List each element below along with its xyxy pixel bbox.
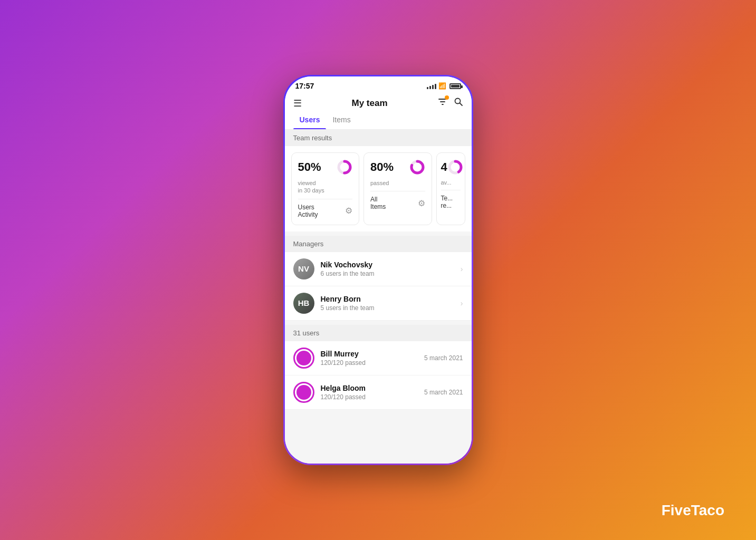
- user-date-helga: 5 march 2021: [424, 389, 463, 396]
- gear-icon-all-items[interactable]: ⚙: [418, 198, 425, 208]
- phone-wrapper: 17:57 📶 ☰ My team: [283, 75, 473, 465]
- action-label-all-items: AllItems: [370, 196, 386, 210]
- signal-icon: [427, 83, 436, 89]
- status-bar: 17:57 📶: [285, 76, 472, 93]
- stat-card-partial: 4 av... Te...re...: [436, 152, 465, 225]
- manager-name-nik: Nik Vochovsky: [321, 261, 461, 269]
- users-section-header: 31 users: [285, 325, 472, 341]
- manager-item-nik[interactable]: NV Nik Vochovsky 6 users in the team ›: [285, 252, 472, 286]
- action-label-partial: Te...re...: [441, 195, 461, 209]
- user-name-bill: Bill Murrey: [321, 350, 425, 358]
- stat-value-passed: 80%: [370, 160, 394, 174]
- manager-name-henry: Henry Born: [321, 295, 461, 303]
- manager-avatar-nik: NV: [293, 258, 314, 279]
- brand-label: FiveTaco: [662, 502, 724, 519]
- app-title: My team: [351, 98, 387, 109]
- action-label-users-activity: UsersActivity: [298, 204, 318, 218]
- app-bar: ☰ My team: [285, 93, 472, 111]
- tab-users[interactable]: Users: [293, 111, 327, 129]
- team-results-header: Team results: [285, 130, 472, 146]
- gear-icon-users-activity[interactable]: ⚙: [345, 206, 352, 216]
- manager-info-henry: Henry Born 5 users in the team: [321, 295, 461, 312]
- filter-notification-dot: [445, 95, 449, 100]
- users-section: Bill Murrey 120/120 passed 5 march 2021 …: [285, 341, 472, 410]
- filter-button[interactable]: [438, 97, 447, 109]
- battery-icon: [449, 83, 461, 89]
- user-item-helga[interactable]: Helga Bloom 120/120 passed 5 march 2021: [285, 375, 472, 410]
- stat-card-top-viewed: 50%: [298, 159, 353, 175]
- donut-chart-viewed: [337, 159, 352, 175]
- tabs-bar: Users Items: [285, 111, 472, 130]
- user-date-bill: 5 march 2021: [424, 354, 463, 362]
- status-icons: 📶: [427, 82, 461, 90]
- stat-card-viewed: 50% viewedin 30 days UsersActivity ⚙: [291, 152, 360, 225]
- stat-label-partial: av...: [441, 179, 461, 186]
- manager-sub-nik: 6 users in the team: [321, 270, 461, 277]
- app-bar-actions: [438, 97, 463, 109]
- user-info-bill: Bill Murrey 120/120 passed: [321, 350, 425, 367]
- stat-card-passed: 80% passed AllItems ⚙: [363, 152, 432, 225]
- stats-cards-row: 50% viewedin 30 days UsersActivity ⚙: [291, 152, 465, 225]
- managers-header: Managers: [285, 236, 472, 252]
- user-sub-bill: 120/120 passed: [321, 359, 425, 367]
- phone-outer: 17:57 📶 ☰ My team: [283, 75, 473, 465]
- tab-items[interactable]: Items: [326, 111, 357, 129]
- user-info-helga: Helga Bloom 120/120 passed: [321, 384, 425, 401]
- filter-icon: [438, 98, 447, 109]
- team-results-section: 50% viewedin 30 days UsersActivity ⚙: [285, 146, 472, 232]
- search-icon[interactable]: [454, 97, 463, 109]
- user-sub-helga: 120/120 passed: [321, 393, 425, 401]
- menu-icon[interactable]: ☰: [293, 98, 302, 109]
- wifi-icon: 📶: [438, 82, 446, 90]
- chevron-right-icon-henry: ›: [461, 299, 463, 307]
- stat-card-bottom-viewed[interactable]: UsersActivity ⚙: [298, 204, 353, 218]
- stat-label-viewed: viewedin 30 days: [298, 179, 353, 195]
- donut-chart-passed: [409, 159, 425, 175]
- stat-value-partial: 4: [441, 160, 447, 174]
- content-scroll[interactable]: Team results 50%: [285, 130, 472, 464]
- donut-chart-partial: [447, 159, 463, 175]
- manager-avatar-henry: HB: [293, 293, 314, 314]
- user-item-bill[interactable]: Bill Murrey 120/120 passed 5 march 2021: [285, 341, 472, 375]
- manager-item-henry[interactable]: HB Henry Born 5 users in the team ›: [285, 286, 472, 321]
- stat-value-viewed: 50%: [298, 160, 321, 174]
- manager-sub-henry: 5 users in the team: [321, 304, 461, 312]
- manager-info-nik: Nik Vochovsky 6 users in the team: [321, 261, 461, 277]
- chevron-right-icon-nik: ›: [461, 265, 463, 273]
- user-avatar-helga: [293, 382, 314, 403]
- user-avatar-bill: [293, 348, 314, 369]
- stat-label-passed: passed: [370, 179, 425, 187]
- managers-section: NV Nik Vochovsky 6 users in the team › H…: [285, 252, 472, 321]
- user-name-helga: Helga Bloom: [321, 384, 425, 392]
- stat-card-top-passed: 80%: [370, 159, 425, 175]
- phone-inner: 17:57 📶 ☰ My team: [285, 76, 472, 464]
- stat-card-bottom-passed[interactable]: AllItems ⚙: [370, 196, 425, 210]
- status-time: 17:57: [295, 82, 314, 90]
